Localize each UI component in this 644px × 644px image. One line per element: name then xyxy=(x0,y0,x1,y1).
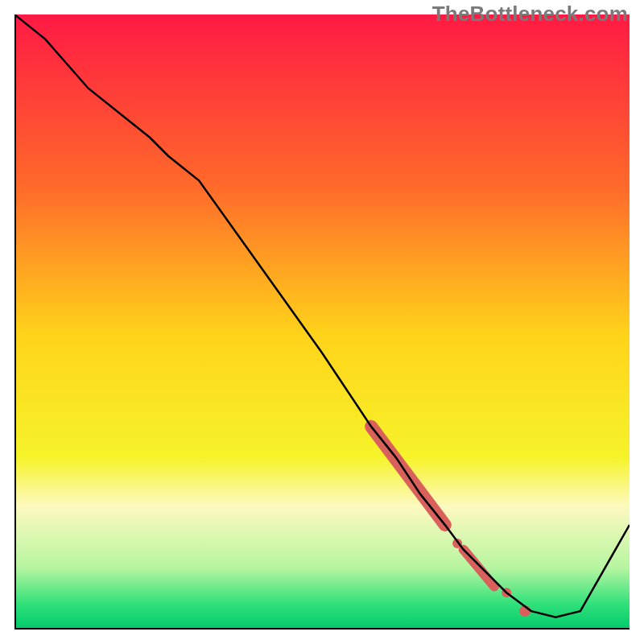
plot-area xyxy=(14,14,630,630)
watermark-text: TheBottleneck.com xyxy=(432,2,628,27)
curve-layer xyxy=(14,14,630,630)
bottleneck-chart: TheBottleneck.com xyxy=(0,0,644,644)
bottleneck-curve xyxy=(14,14,630,617)
